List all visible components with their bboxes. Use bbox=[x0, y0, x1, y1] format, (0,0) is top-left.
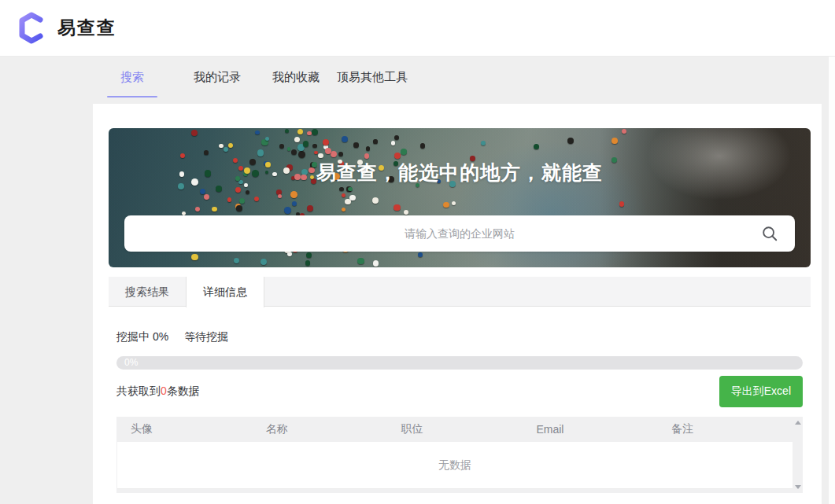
map-pin bbox=[278, 194, 283, 199]
col-header-name: 名称 bbox=[252, 422, 387, 436]
map-pin bbox=[257, 149, 264, 156]
map-pin bbox=[348, 187, 353, 192]
map-pin bbox=[366, 146, 371, 151]
main-nav: 搜索 我的记录 我的收藏 顶易其他工具 bbox=[0, 57, 829, 104]
map-pin bbox=[452, 201, 456, 206]
map-pin bbox=[312, 144, 317, 149]
table-scrollbar[interactable] bbox=[793, 417, 803, 493]
map-pin bbox=[418, 252, 423, 257]
mining-progress-bar: 0% bbox=[116, 356, 803, 370]
map-pin bbox=[338, 152, 343, 156]
map-pin bbox=[254, 197, 259, 201]
map-pin bbox=[339, 187, 343, 191]
map-pin bbox=[373, 139, 377, 143]
map-pin bbox=[195, 207, 200, 212]
main-panel: 易查查，能选中的地方，就能查 搜索结果 详细信息 挖掘中 0% 等待挖掘 0% bbox=[93, 104, 822, 504]
map-pin bbox=[219, 144, 223, 148]
nav-tab-other-tools[interactable]: 顶易其他工具 bbox=[337, 57, 408, 104]
map-pin bbox=[191, 254, 198, 261]
map-pin bbox=[307, 205, 313, 212]
search-icon[interactable] bbox=[761, 225, 778, 242]
map-pin bbox=[228, 143, 233, 148]
map-pin bbox=[353, 142, 359, 148]
records-count-value: 0 bbox=[161, 384, 167, 397]
map-pin bbox=[567, 138, 574, 144]
app-title: 易查查 bbox=[57, 16, 116, 40]
map-pin bbox=[619, 201, 624, 206]
mining-wait-label: 等待挖掘 bbox=[184, 330, 228, 344]
map-pin bbox=[481, 141, 486, 146]
map-pin bbox=[291, 149, 297, 155]
map-pin bbox=[318, 153, 323, 159]
map-pin bbox=[212, 207, 216, 212]
map-pin bbox=[255, 131, 259, 134]
map-pin bbox=[393, 204, 401, 212]
map-pin bbox=[239, 198, 245, 204]
search-input[interactable] bbox=[124, 215, 795, 252]
page-scrollbar[interactable] bbox=[829, 57, 835, 504]
map-pin bbox=[394, 153, 401, 159]
map-pin bbox=[287, 147, 291, 151]
tab-detail-info[interactable]: 详细信息 bbox=[186, 277, 264, 307]
search-bar bbox=[124, 215, 795, 252]
map-pin bbox=[323, 139, 329, 145]
map-pin bbox=[284, 207, 291, 214]
table-header-row: 头像 名称 职位 Email 备注 bbox=[116, 417, 803, 442]
mining-percent-label: 挖掘中 0% bbox=[116, 330, 168, 344]
map-pin bbox=[204, 150, 209, 155]
app-logo-icon bbox=[16, 11, 47, 46]
map-pin bbox=[534, 144, 539, 149]
col-header-position: 职位 bbox=[387, 422, 523, 436]
map-pin bbox=[401, 149, 407, 155]
map-pin bbox=[357, 258, 364, 265]
map-pin bbox=[373, 260, 379, 266]
progress-percent-text: 0% bbox=[124, 356, 138, 370]
hero-banner: 易查查，能选中的地方，就能查 bbox=[109, 128, 811, 267]
map-pin bbox=[227, 197, 232, 202]
map-pin bbox=[622, 129, 626, 134]
map-pin bbox=[611, 138, 618, 144]
map-pin bbox=[303, 141, 309, 146]
scroll-down-icon[interactable] bbox=[795, 485, 801, 489]
scroll-up-icon[interactable] bbox=[795, 421, 801, 425]
empty-data-text: 无数据 bbox=[438, 458, 471, 473]
records-count-suffix: 条数据 bbox=[167, 384, 200, 397]
map-pin bbox=[246, 190, 249, 194]
map-pin bbox=[290, 191, 297, 198]
map-pin bbox=[191, 130, 198, 136]
map-pin bbox=[420, 143, 426, 149]
export-excel-button[interactable]: 导出到Excel bbox=[719, 376, 803, 407]
tab-search-results[interactable]: 搜索结果 bbox=[109, 277, 186, 307]
map-pin bbox=[331, 151, 337, 157]
map-pin bbox=[294, 137, 300, 142]
map-pin bbox=[404, 210, 408, 215]
app-header: 易查查 bbox=[0, 0, 835, 57]
map-pin bbox=[292, 201, 297, 207]
map-pin bbox=[314, 151, 318, 155]
map-pin bbox=[297, 129, 303, 134]
col-header-email: Email bbox=[522, 423, 657, 436]
summary-row: 共获取到0条数据 导出到Excel bbox=[116, 376, 803, 407]
map-pin bbox=[260, 259, 267, 265]
col-header-avatar: 头像 bbox=[116, 422, 252, 436]
map-pin bbox=[342, 193, 345, 197]
map-pin bbox=[285, 129, 290, 134]
app-window: 易查查 搜索 我的记录 我的收藏 顶易其他工具 易查查，能选中的地方，就能查 搜… bbox=[0, 0, 835, 504]
map-pin bbox=[345, 199, 350, 204]
nav-tab-my-favorites[interactable]: 我的收藏 bbox=[272, 57, 320, 104]
map-pin bbox=[287, 252, 292, 256]
records-count-text: 共获取到0条数据 bbox=[116, 384, 200, 399]
nav-tab-my-records[interactable]: 我的记录 bbox=[194, 57, 241, 104]
map-pin bbox=[265, 137, 269, 141]
map-pin bbox=[224, 147, 228, 152]
map-pin bbox=[307, 131, 312, 136]
map-pin bbox=[306, 252, 312, 258]
map-pin bbox=[298, 151, 305, 158]
records-count-prefix: 共获取到 bbox=[116, 384, 161, 397]
map-pin bbox=[200, 189, 206, 195]
map-pin bbox=[342, 208, 345, 212]
mining-status-row: 挖掘中 0% 等待挖掘 bbox=[116, 330, 228, 344]
nav-tab-search[interactable]: 搜索 bbox=[107, 57, 157, 104]
map-pin bbox=[391, 141, 395, 145]
hero-slogan: 易查查，能选中的地方，就能查 bbox=[109, 160, 811, 186]
